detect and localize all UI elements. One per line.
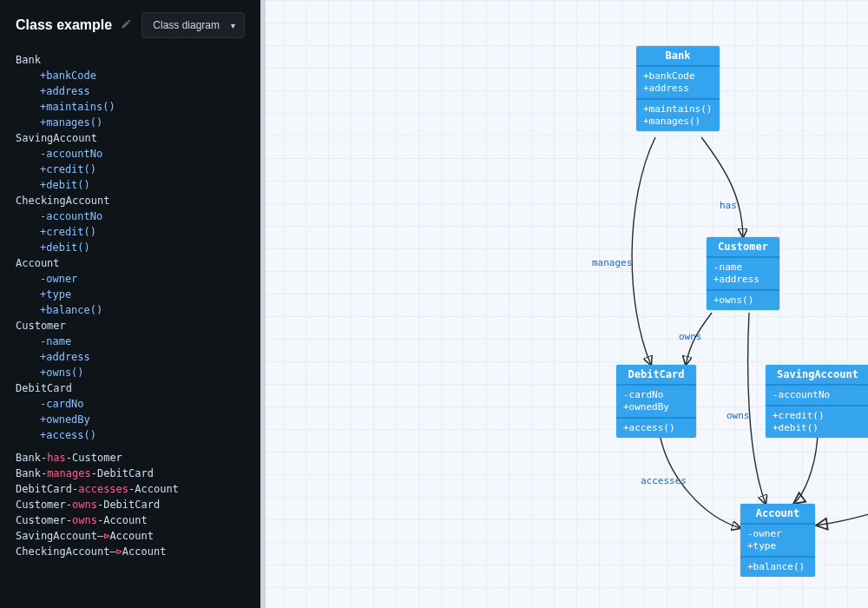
uml-class-customer[interactable]: Customer-name+address+owns() [707, 237, 779, 310]
diagram-type-select[interactable]: Class diagram [141, 12, 245, 38]
uml-methods: +credit()+debit() [766, 406, 868, 438]
code-member: -name [16, 334, 260, 349]
uml-class-title: Account [740, 504, 815, 525]
code-relation: Customer-owns-DebitCard [16, 497, 260, 512]
edge-label: has [720, 200, 737, 211]
edge-label: accesses [641, 475, 687, 486]
code-class: Customer [16, 318, 260, 334]
code-member: +balance() [16, 302, 260, 318]
code-member: +manages() [16, 115, 260, 130]
canvas-ruler-tick [260, 106, 266, 108]
canvas[interactable]: Bank+bankCode+address+maintains()+manage… [260, 0, 868, 608]
canvas-ruler [260, 0, 266, 608]
code-class: CheckingAccount [16, 193, 260, 208]
code-member: +debit() [16, 177, 260, 193]
code-member: -owner [16, 271, 260, 287]
uml-class-debitcard[interactable]: DebitCard-cardNo+ownedBy+access() [616, 365, 696, 438]
code-member: +credit() [16, 224, 260, 240]
code-member: +access() [16, 427, 260, 443]
code-member: +debit() [16, 240, 260, 255]
edge [748, 313, 766, 504]
uml-attrs: +bankCode+address [636, 67, 720, 100]
uml-class-title: Customer [707, 237, 779, 258]
code-class: Account [16, 255, 260, 271]
code-class: Bank [16, 52, 260, 68]
code-relation: DebitCard-accesses-Account [16, 481, 260, 497]
uml-methods: +owns() [707, 291, 779, 310]
uml-class-title: Bank [636, 46, 720, 67]
code-pane[interactable]: Bank+bankCode+address+maintains()+manage… [0, 47, 260, 608]
uml-attrs: -cardNo+ownedBy [616, 386, 696, 419]
code-member: +type [16, 287, 260, 302]
diagram-type-label: Class diagram [153, 19, 220, 31]
edge [793, 434, 818, 504]
uml-class-account[interactable]: Account-owner+type+balance() [740, 504, 815, 577]
edge-label: manages [592, 257, 632, 268]
edge [701, 137, 743, 237]
code-member: -accountNo [16, 208, 260, 224]
code-member: +address [16, 83, 260, 99]
code-member: -cardNo [16, 396, 260, 412]
uml-methods: +access() [616, 419, 696, 438]
uml-attrs: -accountNo [766, 386, 868, 406]
code-class: DebitCard [16, 380, 260, 396]
uml-class-bank[interactable]: Bank+bankCode+address+maintains()+manage… [636, 46, 720, 131]
code-member: +credit() [16, 162, 260, 177]
code-member: +maintains() [16, 99, 260, 115]
edit-icon[interactable] [121, 17, 132, 33]
edge-label: owns [727, 410, 750, 421]
sidebar-header: Class example Class diagram [0, 0, 260, 47]
code-relation: Bank-has-Customer [16, 450, 260, 466]
code-class: SavingAccount [16, 130, 260, 146]
uml-methods: +balance() [740, 558, 815, 577]
edge-label: owns [679, 331, 702, 342]
uml-attrs: -owner+type [740, 525, 815, 558]
uml-attrs: -name+address [707, 258, 779, 291]
code-relation: SavingAccount—⊳Account [16, 528, 260, 544]
sidebar: Class example Class diagram Bank+bankCod… [0, 0, 260, 608]
uml-class-title: DebitCard [616, 365, 696, 386]
code-member: +owns() [16, 365, 260, 380]
edge [632, 137, 655, 365]
code-member: -accountNo [16, 146, 260, 162]
code-relation: Customer-owns-Account [16, 512, 260, 528]
code-relation: Bank-manages-DebitCard [16, 466, 260, 481]
code-relation: CheckingAccount—⊳Account [16, 544, 260, 559]
uml-class-title: SavingAccount [766, 365, 868, 386]
code-member: +address [16, 349, 260, 365]
edge [816, 434, 868, 525]
code-member: +ownedBy [16, 412, 260, 427]
code-member: +bankCode [16, 68, 260, 83]
uml-class-savingaccount[interactable]: SavingAccount-accountNo+credit()+debit() [766, 365, 868, 438]
page-title: Class example [16, 17, 112, 33]
uml-methods: +maintains()+manages() [636, 100, 720, 131]
